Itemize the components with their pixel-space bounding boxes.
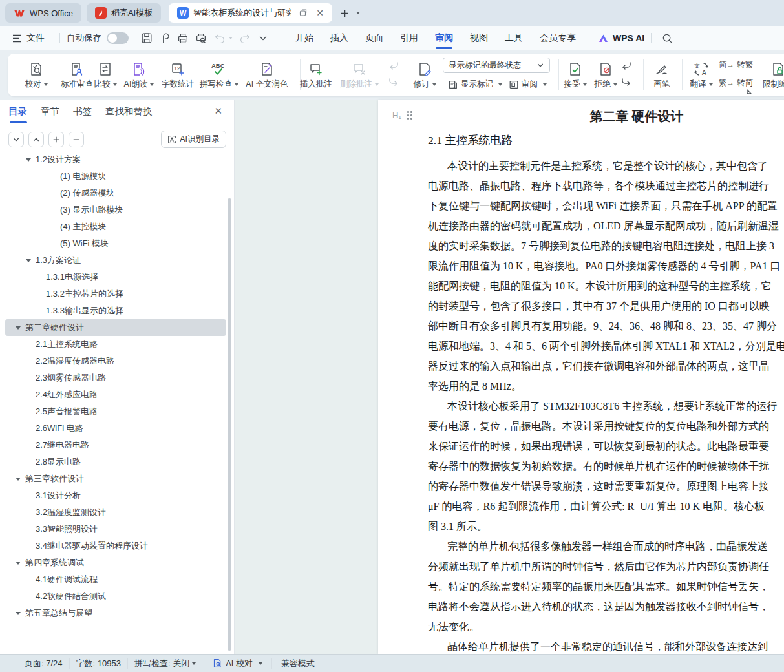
tab-document[interactable]: W 智能衣柜系统的设计与研究 ✕ xyxy=(169,3,332,23)
collapse-arrow-icon[interactable] xyxy=(16,326,21,330)
zoom-out-outline-button[interactable] xyxy=(69,132,84,147)
word-count-button[interactable]: 12 字数统计 xyxy=(156,59,199,90)
search-button[interactable] xyxy=(658,30,676,47)
sidebar-scrollbar[interactable] xyxy=(228,198,231,651)
pen-button[interactable]: 画笔 xyxy=(646,59,677,90)
toc-item[interactable]: (1) 电源模块 xyxy=(5,168,226,185)
toc-item[interactable]: 2.6WiFi 电路 xyxy=(5,420,226,437)
next-comment-icon[interactable] xyxy=(388,77,399,87)
expand-all-button[interactable] xyxy=(8,132,24,147)
float-window-icon[interactable] xyxy=(299,8,308,17)
toc-item[interactable]: 3.2温湿度监测设计 xyxy=(5,504,226,521)
delete-comment-button[interactable]: 删除批注 xyxy=(336,59,383,90)
toc-item[interactable]: 第五章总结与展望 xyxy=(5,605,226,622)
previous-comment-icon[interactable] xyxy=(388,61,399,71)
print-preview-button[interactable] xyxy=(192,30,210,47)
spell-check-button[interactable]: ABC 拼写检查 xyxy=(196,59,242,90)
menu-review[interactable]: 审阅 xyxy=(427,26,461,50)
tab-template[interactable]: 稻壳AI模板 xyxy=(87,3,161,23)
toc-item[interactable]: (3) 显示电路模块 xyxy=(5,202,226,218)
toc-item[interactable]: 第四章系统调试 xyxy=(5,554,226,571)
menu-member[interactable]: 会员专享 xyxy=(531,26,584,50)
document-body-text[interactable]: 本设计的主要控制元件是主控系统，它是整个设计的核心，其中包含了 电源电路、晶振电… xyxy=(428,156,784,656)
wps-ai-button[interactable]: WPS AI xyxy=(598,33,644,44)
to-simplified-button[interactable]: 繁→ 转简 xyxy=(719,78,753,89)
toc-item[interactable]: 3.1设计分析 xyxy=(5,487,226,504)
ai-proofread-status[interactable]: AI 校对 xyxy=(213,658,262,669)
sidebar-tab-find-replace[interactable]: 查找和替换 xyxy=(105,105,153,123)
undo-button[interactable] xyxy=(210,30,236,47)
zoom-in-outline-button[interactable] xyxy=(48,132,64,147)
review-pane-button[interactable]: 审阅 xyxy=(509,79,547,90)
sidebar-tab-toc[interactable]: 目录 xyxy=(8,105,27,123)
toc-item[interactable]: 3.4继电器驱动装置的程序设计 xyxy=(5,538,226,554)
toc-item[interactable]: (4) 主控模块 xyxy=(5,218,226,235)
toc-item[interactable]: 2.5声音报警电路 xyxy=(5,403,226,420)
sidebar-tab-chapters[interactable]: 章节 xyxy=(41,105,59,123)
sidebar-tab-bookmarks[interactable]: 书签 xyxy=(73,105,92,123)
menu-insert[interactable]: 插入 xyxy=(322,26,357,50)
restrict-editing-button[interactable]: 限制编辑 xyxy=(763,59,784,90)
collapse-arrow-icon[interactable] xyxy=(16,612,21,615)
toc-item[interactable]: 2.2温湿度传感器电路 xyxy=(5,353,226,370)
new-tab-button[interactable] xyxy=(340,8,360,18)
spell-check-status[interactable]: 拼写检查: 关闭 xyxy=(134,658,196,669)
track-changes-button[interactable]: 修订 xyxy=(407,59,443,90)
ai-polish-button[interactable]: AI 全文润色 xyxy=(239,59,295,90)
toc-item[interactable]: 2.4红外感应电路 xyxy=(5,386,226,403)
output-pdf-button[interactable] xyxy=(156,30,174,47)
save-button[interactable] xyxy=(138,30,156,47)
document-page[interactable]: H₁ 第二章 硬件设计 2.1 主控系统电路 本设计的主要控制元件是主控系统，它… xyxy=(378,100,784,654)
toc-item[interactable]: 2.7继电器电路 xyxy=(5,437,226,454)
collapse-arrow-icon[interactable] xyxy=(26,259,31,262)
insert-comment-button[interactable]: 插入批注 xyxy=(294,59,338,90)
translate-button[interactable]: 文 A 翻译 xyxy=(684,59,719,90)
collapse-all-button[interactable] xyxy=(28,132,44,147)
ai-recognize-toc-button[interactable]: AI识别目录 xyxy=(161,131,226,148)
toc-item[interactable]: 2.1主控系统电路 xyxy=(5,336,226,353)
collapse-arrow-icon[interactable] xyxy=(16,562,21,565)
menu-tools[interactable]: 工具 xyxy=(496,26,531,50)
toc-item[interactable]: 2.3烟雾传感器电路 xyxy=(5,370,226,386)
toc-item[interactable]: (2) 传感器模块 xyxy=(5,185,226,202)
proofread-button[interactable]: 校对 xyxy=(17,59,56,90)
toc-item[interactable]: 第二章硬件设计 xyxy=(5,319,226,336)
menu-home[interactable]: 开始 xyxy=(287,26,322,50)
markup-state-select[interactable]: 显示标记的最终状态 xyxy=(443,58,550,73)
toc-item[interactable]: 1.2设计方案 xyxy=(5,155,226,168)
toc-item[interactable]: 2.8显示电路 xyxy=(5,454,226,470)
toc-item[interactable]: 4.2软硬件结合测试 xyxy=(5,588,226,605)
dialog-launcher-icon[interactable] xyxy=(746,89,752,95)
close-sidebar-icon[interactable]: ✕ xyxy=(214,105,222,117)
redo-button[interactable] xyxy=(236,30,254,47)
to-traditional-button[interactable]: 简→ 转繁 xyxy=(719,59,753,70)
collapse-arrow-icon[interactable] xyxy=(26,158,31,162)
traditional-char-icon: 繁→ xyxy=(719,78,734,89)
menu-view[interactable]: 视图 xyxy=(461,26,496,50)
undo-caret-icon[interactable] xyxy=(229,37,233,39)
toc-item[interactable]: 1.3方案论证 xyxy=(5,252,226,269)
print-button[interactable] xyxy=(174,30,192,47)
reject-change-button[interactable]: 拒绝 xyxy=(588,59,624,90)
menu-reference[interactable]: 引用 xyxy=(392,26,427,50)
toc-item[interactable]: (5) WiFi 模块 xyxy=(5,235,226,252)
toc-item[interactable]: 1.3.1电源选择 xyxy=(5,269,226,286)
toc-item[interactable]: 1.3.2主控芯片的选择 xyxy=(5,286,226,302)
next-change-icon[interactable] xyxy=(620,77,632,87)
tab-wps-office[interactable]: WPS Office xyxy=(5,3,81,23)
toc-item[interactable]: 3.3智能照明设计 xyxy=(5,521,226,538)
toc-item[interactable]: 4.1硬件调试流程 xyxy=(5,571,226,588)
toolbar-more-button[interactable] xyxy=(254,30,272,47)
show-markup-button[interactable]: 显示标记 xyxy=(448,79,502,90)
previous-change-icon[interactable] xyxy=(620,61,632,71)
file-menu[interactable]: 文件 xyxy=(4,26,53,50)
tab-list-caret-icon[interactable] xyxy=(356,12,360,14)
collapse-arrow-icon[interactable] xyxy=(16,478,21,481)
toc-item[interactable]: 1.3.3输出显示的选择 xyxy=(5,302,226,319)
toc-item[interactable]: 第三章软件设计 xyxy=(5,470,226,487)
menu-page[interactable]: 页面 xyxy=(357,26,392,50)
close-tab-icon[interactable]: ✕ xyxy=(316,8,324,18)
autosave-toggle[interactable] xyxy=(107,32,129,44)
toc-item[interactable]: 5.1总结 xyxy=(5,622,226,624)
ai-read-button[interactable]: AI朗读 xyxy=(118,59,160,90)
